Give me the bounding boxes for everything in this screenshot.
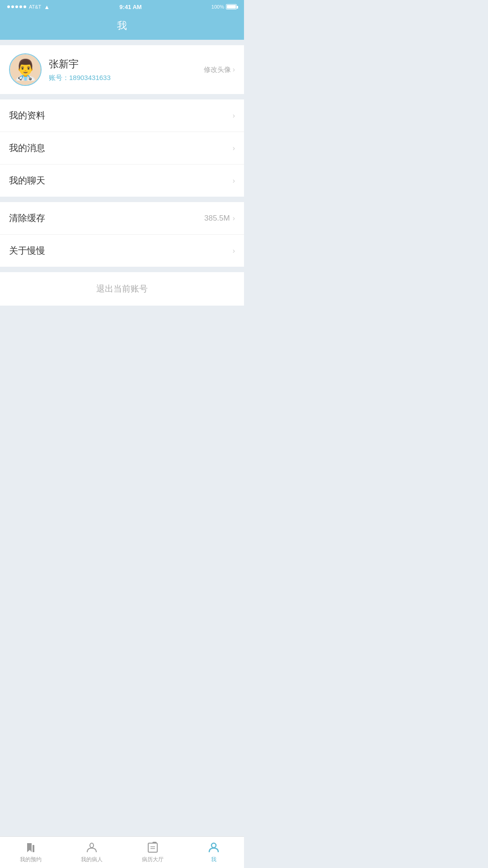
chevron-right-icon: › [233, 214, 235, 222]
status-left: AT&T ▲ [7, 4, 50, 10]
profile-card[interactable]: 张新宇 账号：18903431633 修改头像 › [0, 45, 244, 94]
menu-right-my-messages: › [233, 144, 235, 152]
menu-right-my-profile: › [233, 112, 235, 120]
battery-icon [226, 4, 237, 9]
wifi-icon: ▲ [44, 4, 50, 10]
menu-section-2: 清除缓存 385.5M › 关于慢慢 › [0, 202, 244, 267]
logout-button[interactable]: 退出当前账号 [0, 272, 244, 306]
profile-name: 张新宇 [49, 57, 204, 71]
avatar-image [10, 54, 41, 85]
status-time: 9:41 AM [119, 4, 141, 10]
menu-right-my-chat: › [233, 177, 235, 185]
battery-percent: 100% [211, 4, 224, 9]
menu-right-about: › [233, 247, 235, 255]
carrier-label: AT&T [29, 4, 41, 9]
page-header: 我 [0, 14, 244, 40]
menu-right-clear-cache: 385.5M › [204, 214, 235, 223]
account-label: 账号： [49, 74, 69, 81]
profile-info: 张新宇 账号：18903431633 [49, 57, 204, 82]
signal-dots [7, 5, 26, 8]
gap-4 [0, 267, 244, 272]
cache-size-value: 385.5M [204, 214, 230, 223]
edit-avatar-label: 修改头像 [204, 66, 231, 74]
page-title: 我 [0, 19, 244, 33]
edit-avatar-button[interactable]: 修改头像 › [204, 66, 235, 74]
status-bar: AT&T ▲ 9:41 AM 100% [0, 0, 244, 14]
menu-label-my-chat: 我的聊天 [9, 175, 45, 187]
profile-account: 账号：18903431633 [49, 74, 204, 82]
status-right: 100% [211, 4, 237, 9]
menu-label-clear-cache: 清除缓存 [9, 212, 45, 224]
chevron-right-icon: › [233, 247, 235, 255]
gap-1 [0, 40, 244, 45]
chevron-right-icon: › [233, 144, 235, 152]
chevron-right-icon: › [233, 66, 235, 74]
avatar[interactable] [9, 53, 42, 86]
gap-3 [0, 197, 244, 202]
gap-2 [0, 94, 244, 99]
gap-5 [0, 306, 244, 311]
menu-label-about: 关于慢慢 [9, 245, 45, 257]
menu-section-1: 我的资料 › 我的消息 › 我的聊天 › [0, 99, 244, 197]
menu-item-my-chat[interactable]: 我的聊天 › [0, 165, 244, 197]
chevron-right-icon: › [233, 177, 235, 185]
menu-item-my-profile[interactable]: 我的资料 › [0, 99, 244, 132]
menu-item-my-messages[interactable]: 我的消息 › [0, 132, 244, 165]
logout-section: 退出当前账号 [0, 272, 244, 306]
menu-item-about[interactable]: 关于慢慢 › [0, 235, 244, 267]
account-number: 18903431633 [69, 74, 111, 81]
profile-section: 张新宇 账号：18903431633 修改头像 › [0, 45, 244, 94]
chevron-right-icon: › [233, 112, 235, 120]
menu-item-clear-cache[interactable]: 清除缓存 385.5M › [0, 202, 244, 235]
menu-label-my-messages: 我的消息 [9, 142, 45, 154]
menu-label-my-profile: 我的资料 [9, 109, 45, 122]
